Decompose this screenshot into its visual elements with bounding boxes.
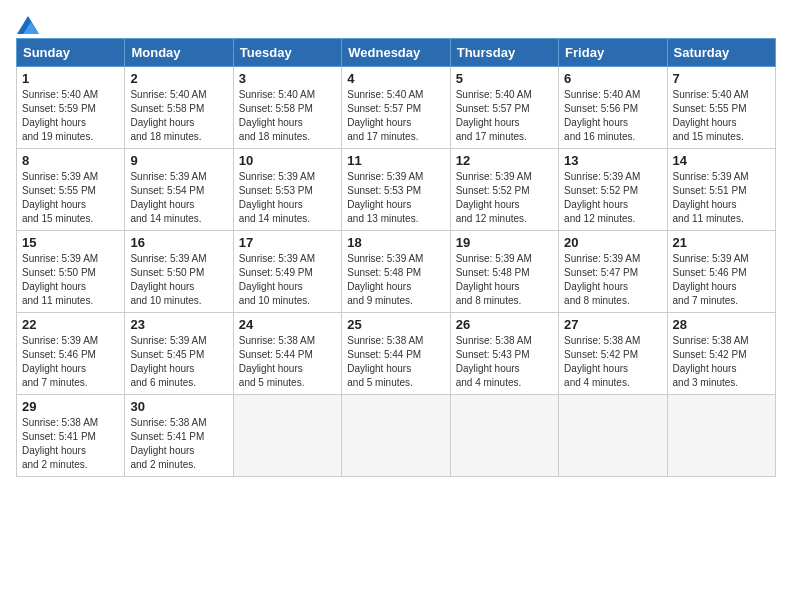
day-number: 23	[130, 317, 227, 332]
calendar-week-row: 8 Sunrise: 5:39 AM Sunset: 5:55 PM Dayli…	[17, 149, 776, 231]
table-row: 11 Sunrise: 5:39 AM Sunset: 5:53 PM Dayl…	[342, 149, 450, 231]
cell-content: Sunrise: 5:39 AM Sunset: 5:47 PM Dayligh…	[564, 252, 661, 308]
table-row: 7 Sunrise: 5:40 AM Sunset: 5:55 PM Dayli…	[667, 67, 775, 149]
table-row: 12 Sunrise: 5:39 AM Sunset: 5:52 PM Dayl…	[450, 149, 558, 231]
day-number: 5	[456, 71, 553, 86]
day-number: 9	[130, 153, 227, 168]
cell-content: Sunrise: 5:40 AM Sunset: 5:55 PM Dayligh…	[673, 88, 770, 144]
cell-content: Sunrise: 5:39 AM Sunset: 5:50 PM Dayligh…	[130, 252, 227, 308]
cell-content: Sunrise: 5:40 AM Sunset: 5:58 PM Dayligh…	[239, 88, 336, 144]
day-number: 29	[22, 399, 119, 414]
cell-content: Sunrise: 5:38 AM Sunset: 5:41 PM Dayligh…	[130, 416, 227, 472]
day-number: 1	[22, 71, 119, 86]
table-row: 2 Sunrise: 5:40 AM Sunset: 5:58 PM Dayli…	[125, 67, 233, 149]
day-number: 3	[239, 71, 336, 86]
table-row: 1 Sunrise: 5:40 AM Sunset: 5:59 PM Dayli…	[17, 67, 125, 149]
cell-content: Sunrise: 5:39 AM Sunset: 5:51 PM Dayligh…	[673, 170, 770, 226]
day-number: 26	[456, 317, 553, 332]
table-row: 3 Sunrise: 5:40 AM Sunset: 5:58 PM Dayli…	[233, 67, 341, 149]
table-row: 20 Sunrise: 5:39 AM Sunset: 5:47 PM Dayl…	[559, 231, 667, 313]
day-number: 30	[130, 399, 227, 414]
table-row: 13 Sunrise: 5:39 AM Sunset: 5:52 PM Dayl…	[559, 149, 667, 231]
cell-content: Sunrise: 5:39 AM Sunset: 5:45 PM Dayligh…	[130, 334, 227, 390]
cell-content: Sunrise: 5:40 AM Sunset: 5:58 PM Dayligh…	[130, 88, 227, 144]
logo	[16, 16, 40, 30]
day-number: 4	[347, 71, 444, 86]
table-row: 17 Sunrise: 5:39 AM Sunset: 5:49 PM Dayl…	[233, 231, 341, 313]
table-row: 22 Sunrise: 5:39 AM Sunset: 5:46 PM Dayl…	[17, 313, 125, 395]
col-monday: Monday	[125, 39, 233, 67]
cell-content: Sunrise: 5:39 AM Sunset: 5:53 PM Dayligh…	[239, 170, 336, 226]
table-row: 16 Sunrise: 5:39 AM Sunset: 5:50 PM Dayl…	[125, 231, 233, 313]
table-row: 4 Sunrise: 5:40 AM Sunset: 5:57 PM Dayli…	[342, 67, 450, 149]
table-row: 27 Sunrise: 5:38 AM Sunset: 5:42 PM Dayl…	[559, 313, 667, 395]
day-number: 11	[347, 153, 444, 168]
day-number: 15	[22, 235, 119, 250]
calendar-header-row: Sunday Monday Tuesday Wednesday Thursday…	[17, 39, 776, 67]
cell-content: Sunrise: 5:38 AM Sunset: 5:42 PM Dayligh…	[673, 334, 770, 390]
col-thursday: Thursday	[450, 39, 558, 67]
table-row: 28 Sunrise: 5:38 AM Sunset: 5:42 PM Dayl…	[667, 313, 775, 395]
table-row: 15 Sunrise: 5:39 AM Sunset: 5:50 PM Dayl…	[17, 231, 125, 313]
table-row: 21 Sunrise: 5:39 AM Sunset: 5:46 PM Dayl…	[667, 231, 775, 313]
cell-content: Sunrise: 5:39 AM Sunset: 5:48 PM Dayligh…	[456, 252, 553, 308]
day-number: 6	[564, 71, 661, 86]
table-row: 24 Sunrise: 5:38 AM Sunset: 5:44 PM Dayl…	[233, 313, 341, 395]
day-number: 27	[564, 317, 661, 332]
col-sunday: Sunday	[17, 39, 125, 67]
col-wednesday: Wednesday	[342, 39, 450, 67]
cell-content: Sunrise: 5:40 AM Sunset: 5:57 PM Dayligh…	[347, 88, 444, 144]
day-number: 19	[456, 235, 553, 250]
day-number: 17	[239, 235, 336, 250]
cell-content: Sunrise: 5:39 AM Sunset: 5:53 PM Dayligh…	[347, 170, 444, 226]
table-row: 26 Sunrise: 5:38 AM Sunset: 5:43 PM Dayl…	[450, 313, 558, 395]
cell-content: Sunrise: 5:40 AM Sunset: 5:56 PM Dayligh…	[564, 88, 661, 144]
cell-content: Sunrise: 5:39 AM Sunset: 5:50 PM Dayligh…	[22, 252, 119, 308]
day-number: 28	[673, 317, 770, 332]
day-number: 12	[456, 153, 553, 168]
cell-content: Sunrise: 5:38 AM Sunset: 5:44 PM Dayligh…	[239, 334, 336, 390]
table-row: 8 Sunrise: 5:39 AM Sunset: 5:55 PM Dayli…	[17, 149, 125, 231]
day-number: 8	[22, 153, 119, 168]
day-number: 10	[239, 153, 336, 168]
calendar-week-row: 22 Sunrise: 5:39 AM Sunset: 5:46 PM Dayl…	[17, 313, 776, 395]
day-number: 7	[673, 71, 770, 86]
calendar-week-row: 29 Sunrise: 5:38 AM Sunset: 5:41 PM Dayl…	[17, 395, 776, 477]
table-row: 29 Sunrise: 5:38 AM Sunset: 5:41 PM Dayl…	[17, 395, 125, 477]
day-number: 14	[673, 153, 770, 168]
cell-content: Sunrise: 5:39 AM Sunset: 5:46 PM Dayligh…	[22, 334, 119, 390]
day-number: 16	[130, 235, 227, 250]
table-row	[667, 395, 775, 477]
col-friday: Friday	[559, 39, 667, 67]
cell-content: Sunrise: 5:40 AM Sunset: 5:59 PM Dayligh…	[22, 88, 119, 144]
calendar-table: Sunday Monday Tuesday Wednesday Thursday…	[16, 38, 776, 477]
table-row	[233, 395, 341, 477]
day-number: 21	[673, 235, 770, 250]
table-row: 9 Sunrise: 5:39 AM Sunset: 5:54 PM Dayli…	[125, 149, 233, 231]
cell-content: Sunrise: 5:39 AM Sunset: 5:46 PM Dayligh…	[673, 252, 770, 308]
table-row: 6 Sunrise: 5:40 AM Sunset: 5:56 PM Dayli…	[559, 67, 667, 149]
day-number: 24	[239, 317, 336, 332]
day-number: 25	[347, 317, 444, 332]
col-saturday: Saturday	[667, 39, 775, 67]
cell-content: Sunrise: 5:39 AM Sunset: 5:54 PM Dayligh…	[130, 170, 227, 226]
cell-content: Sunrise: 5:38 AM Sunset: 5:42 PM Dayligh…	[564, 334, 661, 390]
cell-content: Sunrise: 5:39 AM Sunset: 5:49 PM Dayligh…	[239, 252, 336, 308]
col-tuesday: Tuesday	[233, 39, 341, 67]
cell-content: Sunrise: 5:40 AM Sunset: 5:57 PM Dayligh…	[456, 88, 553, 144]
table-row: 5 Sunrise: 5:40 AM Sunset: 5:57 PM Dayli…	[450, 67, 558, 149]
logo-icon	[17, 16, 39, 34]
cell-content: Sunrise: 5:38 AM Sunset: 5:41 PM Dayligh…	[22, 416, 119, 472]
cell-content: Sunrise: 5:38 AM Sunset: 5:43 PM Dayligh…	[456, 334, 553, 390]
cell-content: Sunrise: 5:39 AM Sunset: 5:55 PM Dayligh…	[22, 170, 119, 226]
table-row: 23 Sunrise: 5:39 AM Sunset: 5:45 PM Dayl…	[125, 313, 233, 395]
day-number: 2	[130, 71, 227, 86]
day-number: 13	[564, 153, 661, 168]
calendar-week-row: 1 Sunrise: 5:40 AM Sunset: 5:59 PM Dayli…	[17, 67, 776, 149]
day-number: 20	[564, 235, 661, 250]
table-row: 25 Sunrise: 5:38 AM Sunset: 5:44 PM Dayl…	[342, 313, 450, 395]
table-row	[342, 395, 450, 477]
table-row	[450, 395, 558, 477]
table-row: 10 Sunrise: 5:39 AM Sunset: 5:53 PM Dayl…	[233, 149, 341, 231]
day-number: 22	[22, 317, 119, 332]
